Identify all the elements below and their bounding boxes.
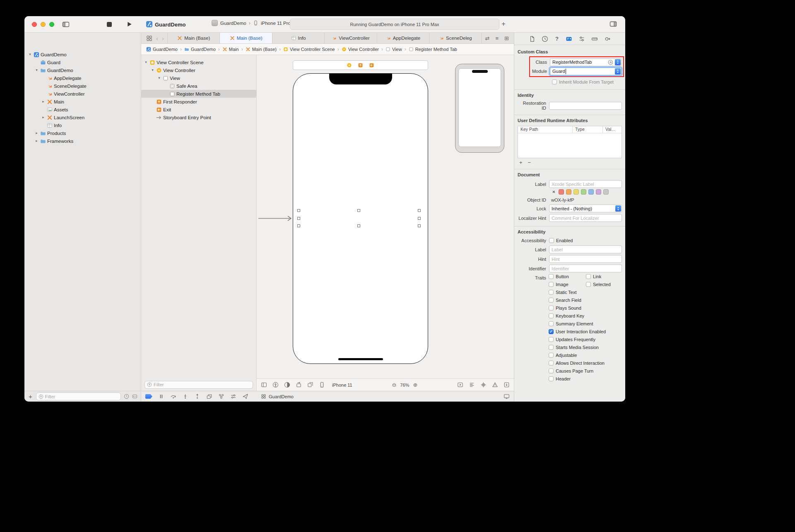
disclosure-triangle[interactable] <box>28 53 32 56</box>
go-forward-icon[interactable]: › <box>162 35 164 41</box>
navigator-item-guarddemo-folder[interactable]: GuardDemo <box>24 66 141 74</box>
breadcrumb-scene[interactable]: View Controller Scene <box>283 47 335 52</box>
navigator-item-launchscreen[interactable]: LaunchScreen <box>24 113 141 121</box>
view-controller-icon[interactable] <box>347 63 352 68</box>
color-swatch-yellow[interactable] <box>573 189 579 195</box>
iphone-device-frame[interactable] <box>293 73 428 364</box>
trait-adjustable[interactable]: Adjustable <box>549 353 577 358</box>
ax-identifier-field[interactable] <box>549 265 622 272</box>
lock-dropdown-button[interactable] <box>615 205 621 212</box>
trait-plays-sound[interactable]: Plays Sound <box>549 306 581 311</box>
tab-scenedelegate[interactable]: SceneDeleg <box>429 33 481 43</box>
step-out-icon[interactable] <box>194 393 200 400</box>
disclosure-triangle[interactable] <box>41 116 46 119</box>
add-constraints-icon[interactable] <box>480 382 487 388</box>
trait-updates-frequently[interactable]: Updates Frequently <box>549 337 595 342</box>
breadcrumb-storyboard-base[interactable]: Main (Base) <box>246 47 277 52</box>
resize-handle-top-center[interactable] <box>357 209 360 212</box>
add-attribute-button[interactable]: + <box>519 160 523 166</box>
inherit-module-checkbox[interactable] <box>552 79 557 84</box>
navigator-item-products[interactable]: Products <box>24 129 141 137</box>
disclosure-triangle[interactable] <box>34 139 39 143</box>
navigator-item-guarddemo-project[interactable]: GuardDemo <box>24 51 141 58</box>
breadcrumb-view[interactable]: View <box>385 47 402 52</box>
adjust-editor-icon[interactable] <box>261 382 267 388</box>
resize-handle-top-left[interactable] <box>297 209 300 212</box>
debug-view-hierarchy-icon[interactable] <box>206 393 212 400</box>
breadcrumb-storyboard[interactable]: Main <box>222 47 239 52</box>
trait-causes-page-turn[interactable]: Causes Page Turn <box>549 368 593 373</box>
ax-hint-input[interactable] <box>549 255 622 262</box>
attributes-inspector-icon[interactable] <box>578 36 585 42</box>
resize-handle-top-right[interactable] <box>418 209 421 212</box>
exit-icon[interactable] <box>369 63 374 68</box>
color-swatch-orange[interactable] <box>566 189 571 195</box>
color-swatch-red[interactable] <box>559 189 564 195</box>
pause-execution-icon[interactable] <box>158 393 164 400</box>
disclosure-triangle[interactable] <box>150 68 155 72</box>
breakpoints-toggle-icon[interactable] <box>145 394 152 399</box>
quick-help-inspector-icon[interactable]: ? <box>554 36 559 42</box>
accessibility-preview-icon[interactable] <box>272 382 279 388</box>
storyboard-entry-point-arrow[interactable] <box>258 215 294 221</box>
align-icon[interactable] <box>469 382 475 388</box>
ax-label-field[interactable] <box>549 246 622 253</box>
simulate-location-icon[interactable] <box>242 393 248 400</box>
trait-header[interactable]: Header <box>549 376 571 381</box>
navigator-item-main[interactable]: Main <box>24 98 141 106</box>
restoration-id-input[interactable] <box>549 102 622 109</box>
column-key-path[interactable]: Key Path <box>518 126 573 133</box>
ax-identifier-input[interactable] <box>549 265 622 272</box>
stop-button[interactable] <box>107 22 112 27</box>
history-inspector-icon[interactable] <box>542 36 548 42</box>
recent-files-icon[interactable] <box>124 394 129 399</box>
outline-item-scene[interactable]: View Controller Scene <box>141 58 256 66</box>
run-button[interactable] <box>126 21 132 27</box>
navigator-item-info[interactable]: Info <box>24 121 141 129</box>
source-control-status-icon[interactable] <box>132 394 137 399</box>
resize-handle-bottom-right[interactable] <box>418 224 421 227</box>
trait-search-field[interactable]: Search Field <box>549 298 581 303</box>
interface-builder-canvas[interactable]: iPhone 11 ⊖ 76% ⊕ <box>257 55 514 391</box>
device-preview-thumbnail[interactable] <box>455 64 504 153</box>
appearance-toggle-icon[interactable] <box>284 382 290 388</box>
tab-appdelegate[interactable]: AppDelegate <box>377 33 429 43</box>
zoom-in-icon[interactable]: ⊕ <box>413 382 417 388</box>
trait-link[interactable]: Link <box>586 274 601 279</box>
document-label-input[interactable] <box>549 181 622 188</box>
tab-main-base-2-selected[interactable]: Main (Base) <box>219 33 272 43</box>
ax-label-input[interactable] <box>549 246 622 253</box>
module-combo-field[interactable]: Guard <box>550 67 622 75</box>
ax-hint-field[interactable] <box>549 255 622 263</box>
tab-overview-icon[interactable] <box>146 35 152 41</box>
class-combo-field[interactable]: RegisterMethodTab <box>550 58 622 66</box>
outline-item-view-controller[interactable]: View Controller <box>141 66 256 74</box>
localizer-hint-field[interactable] <box>549 214 622 222</box>
document-label-field[interactable] <box>549 180 622 188</box>
resize-handle-middle-right[interactable] <box>418 217 421 220</box>
navigator-item-appdelegate[interactable]: AppDelegate <box>24 74 141 82</box>
zoom-out-icon[interactable]: ⊖ <box>392 382 396 388</box>
live-preview-icon[interactable] <box>457 382 463 388</box>
outline-item-first-responder[interactable]: First Responder <box>141 98 256 106</box>
trait-image[interactable]: Image <box>549 282 586 287</box>
disclosure-triangle[interactable] <box>157 76 161 80</box>
add-editor-icon[interactable]: ⊞ <box>504 35 509 41</box>
go-back-icon[interactable]: ‹ <box>156 35 158 41</box>
device-bezels-toggle-icon[interactable] <box>504 393 510 400</box>
navigator-item-scenedelegate[interactable]: SceneDelegate <box>24 82 141 90</box>
clear-color-swatch[interactable] <box>551 189 556 195</box>
canvas-view[interactable] <box>257 55 514 378</box>
breadcrumb-view-controller[interactable]: View Controller <box>342 47 379 52</box>
close-window-button[interactable] <box>32 22 37 27</box>
breadcrumb-project[interactable]: GuardDemo <box>146 47 178 52</box>
disclosure-triangle[interactable] <box>41 100 46 104</box>
tab-main-base-1[interactable]: Main (Base) <box>167 33 219 43</box>
outline-item-exit[interactable]: Exit <box>141 106 256 113</box>
zoom-window-button[interactable] <box>49 22 54 27</box>
color-swatch-green[interactable] <box>581 189 586 195</box>
trait-allows-direct-interaction[interactable]: Allows Direct Interaction <box>549 361 605 366</box>
column-value[interactable]: Val... <box>603 126 622 133</box>
disclosure-triangle[interactable] <box>34 131 39 135</box>
trait-static-text[interactable]: Static Text <box>549 290 577 295</box>
